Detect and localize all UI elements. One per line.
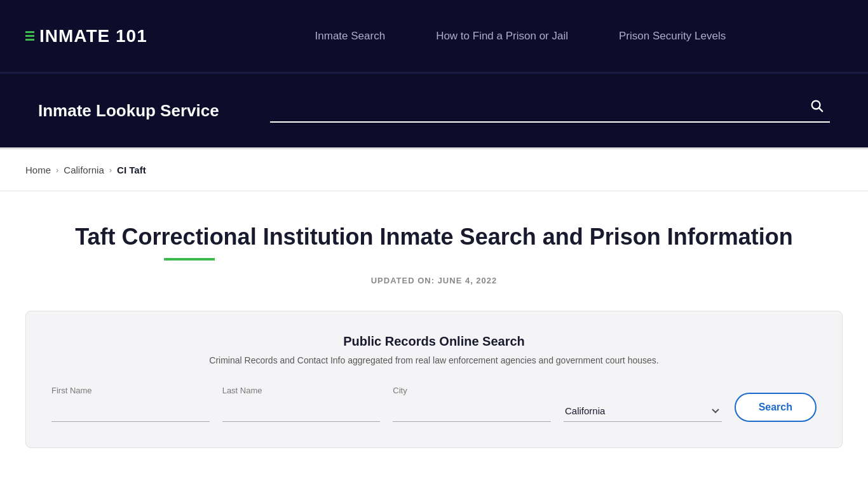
search-section: Inmate Lookup Service xyxy=(0,73,868,149)
search-section-label: Inmate Lookup Service xyxy=(38,101,219,121)
nav-inmate-search[interactable]: Inmate Search xyxy=(315,30,386,43)
title-underline xyxy=(164,258,215,261)
logo-icon xyxy=(25,31,34,41)
nav-prison-security[interactable]: Prison Security Levels xyxy=(619,30,726,43)
breadcrumb-chevron-2: › xyxy=(109,165,112,175)
nav-links: Inmate Search How to Find a Prison or Ja… xyxy=(198,30,843,43)
last-name-label: Last Name xyxy=(222,386,381,395)
breadcrumb-current: CI Taft xyxy=(117,165,146,175)
first-name-field: First Name xyxy=(51,386,210,422)
last-name-input[interactable] xyxy=(222,400,381,422)
state-select[interactable]: AlabamaAlaskaArizonaArkansasCaliforniaCo… xyxy=(564,400,722,422)
top-navigation: INMATE 101 Inmate Search How to Find a P… xyxy=(0,0,868,73)
search-input[interactable] xyxy=(270,102,803,113)
search-icon xyxy=(810,98,824,112)
breadcrumb-california[interactable]: California xyxy=(64,165,104,175)
updated-date: UPDATED ON: JUNE 4, 2022 xyxy=(25,276,843,285)
breadcrumb-section: Home › California › CI Taft xyxy=(0,149,868,191)
breadcrumb: Home › California › CI Taft xyxy=(25,165,843,175)
city-input[interactable] xyxy=(393,400,551,422)
nav-how-to-find[interactable]: How to Find a Prison or Jail xyxy=(436,30,568,43)
city-field: City xyxy=(393,386,551,422)
records-box: Public Records Online Search Criminal Re… xyxy=(25,311,843,448)
state-field: AlabamaAlaskaArizonaArkansasCaliforniaCo… xyxy=(564,395,722,422)
logo-text: INMATE 101 xyxy=(39,26,147,46)
search-submit-button[interactable] xyxy=(803,98,830,116)
main-content: Taft Correctional Institution Inmate Sea… xyxy=(0,191,868,473)
records-title: Public Records Online Search xyxy=(51,334,817,349)
last-name-field: Last Name xyxy=(222,386,381,422)
first-name-label: First Name xyxy=(51,386,210,395)
logo[interactable]: INMATE 101 xyxy=(25,26,147,46)
first-name-input[interactable] xyxy=(51,400,210,422)
breadcrumb-home[interactable]: Home xyxy=(25,165,51,175)
breadcrumb-chevron-1: › xyxy=(56,165,58,175)
records-search-button[interactable]: Search xyxy=(735,393,817,422)
records-form: First Name Last Name City AlabamaAlaskaA… xyxy=(51,386,817,422)
records-description: Criminal Records and Contact Info aggreg… xyxy=(51,355,817,365)
svg-line-1 xyxy=(819,108,822,111)
page-title: Taft Correctional Institution Inmate Sea… xyxy=(25,223,843,250)
city-label: City xyxy=(393,386,551,395)
search-input-wrap xyxy=(270,98,830,123)
